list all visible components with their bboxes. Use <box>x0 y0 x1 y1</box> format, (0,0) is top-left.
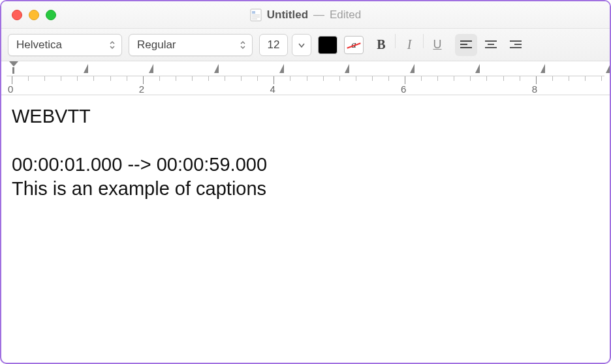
titlebar: Untitled — Edited <box>1 1 610 29</box>
text-style-segment: B I U <box>370 34 448 56</box>
tab-stop-marker[interactable] <box>540 64 545 73</box>
highlight-none-swatch[interactable]: a <box>344 36 364 54</box>
tab-stop-marker[interactable] <box>214 64 219 73</box>
tab-stop-marker[interactable] <box>475 64 480 73</box>
font-size-value: 12 <box>268 38 280 52</box>
align-left-button[interactable] <box>455 34 477 56</box>
font-style-select[interactable]: Regular <box>129 34 253 56</box>
tab-stop-marker[interactable] <box>279 64 284 73</box>
updown-icon <box>239 40 247 50</box>
tab-stop-marker[interactable] <box>149 64 153 73</box>
font-family-select[interactable]: Helvetica <box>8 34 122 56</box>
title-separator: — <box>313 8 324 22</box>
bold-button[interactable]: B <box>370 34 392 56</box>
svg-rect-0 <box>251 9 261 21</box>
tab-stop-marker[interactable] <box>84 64 88 73</box>
document-icon <box>250 8 262 22</box>
align-center-button[interactable] <box>480 34 502 56</box>
font-style-value: Regular <box>137 38 176 52</box>
document-edited-status: Edited <box>330 8 361 22</box>
italic-button[interactable]: I <box>398 34 420 56</box>
ruler-number: 2 <box>139 83 144 95</box>
svg-rect-1 <box>252 11 255 14</box>
ruler-ticks <box>7 76 604 85</box>
app-window: Untitled — Edited Helvetica Regular 12 <box>0 0 611 364</box>
divider <box>395 34 396 48</box>
left-indent-marker[interactable] <box>9 61 18 72</box>
ruler-number: 4 <box>270 83 275 95</box>
font-size-field[interactable]: 12 <box>259 34 288 56</box>
tab-stop-marker[interactable] <box>410 64 415 73</box>
window-title: Untitled — Edited <box>1 8 610 22</box>
font-family-value: Helvetica <box>16 38 62 52</box>
updown-icon <box>108 40 116 50</box>
align-right-button[interactable] <box>505 34 527 56</box>
ruler-number: 6 <box>401 83 406 95</box>
underline-button[interactable]: U <box>426 34 448 56</box>
format-toolbar: Helvetica Regular 12 a B I <box>1 29 610 61</box>
minimize-window-button[interactable] <box>29 10 39 20</box>
close-window-button[interactable] <box>12 10 22 20</box>
window-controls <box>1 10 56 20</box>
tab-stop-marker[interactable] <box>345 64 349 73</box>
font-size-group: 12 <box>259 34 311 56</box>
tab-stop-marker[interactable] <box>606 64 610 73</box>
ruler[interactable]: 02468 <box>1 61 610 95</box>
text-color-swatch[interactable] <box>318 36 337 54</box>
ruler-number: 0 <box>8 83 13 95</box>
document-editor[interactable]: WEBVTT 00:00:01.000 --> 00:00:59.000 Thi… <box>1 95 610 210</box>
chevron-down-icon <box>298 40 306 50</box>
zoom-window-button[interactable] <box>46 10 56 20</box>
document-title: Untitled <box>267 8 308 22</box>
font-size-stepper[interactable] <box>292 34 311 56</box>
alignment-segment <box>455 34 527 56</box>
ruler-number: 8 <box>532 83 537 95</box>
divider <box>423 34 424 48</box>
